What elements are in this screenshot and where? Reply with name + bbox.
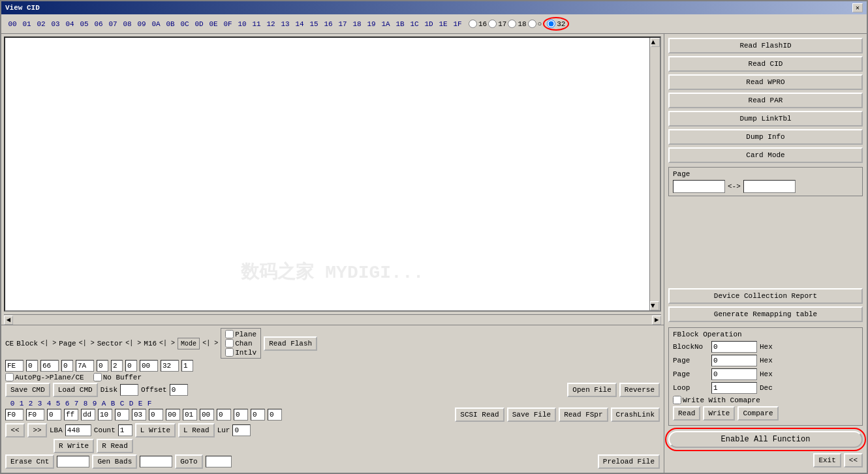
scrollbar-horizontal[interactable]: ◄ ► <box>4 314 661 325</box>
hex-00-2[interactable] <box>200 409 214 421</box>
m16-lt-input[interactable] <box>125 360 137 372</box>
lwrite-button[interactable]: L Write <box>135 423 176 437</box>
radio-circle[interactable]: ○ <box>528 20 542 28</box>
erase-cnt-input[interactable] <box>57 456 89 467</box>
hex-0-5[interactable] <box>234 409 248 421</box>
scroll-left-arrow[interactable]: ◄ <box>4 316 13 325</box>
hex-0-2[interactable] <box>115 409 129 421</box>
no-buffer-check[interactable]: No Buffer <box>93 373 142 381</box>
plane-check[interactable]: Plane <box>225 330 256 338</box>
m16-val-input[interactable] <box>140 360 158 372</box>
read-par-button[interactable]: Read PAR <box>668 93 863 108</box>
lba-input[interactable] <box>65 424 91 436</box>
hex-display[interactable]: ▲ ▼ 数码之家 MYDIGI... <box>4 37 661 312</box>
page-val-input[interactable] <box>76 360 94 372</box>
blockno-input[interactable] <box>711 341 757 353</box>
close-button[interactable]: ✕ <box>852 3 863 12</box>
compare-btn[interactable]: Compare <box>737 406 778 421</box>
page2-input[interactable] <box>711 368 757 380</box>
read-cid-button[interactable]: Read CID <box>668 56 863 72</box>
set-val-input[interactable] <box>181 360 193 372</box>
ce-input[interactable] <box>5 360 23 372</box>
page-input-left[interactable] <box>673 180 725 193</box>
page2-label: Page <box>673 370 709 378</box>
radio-18[interactable]: 18 <box>508 20 526 28</box>
load-cmd-button[interactable]: Load CMD <box>53 383 98 397</box>
hex-ff[interactable] <box>64 409 78 421</box>
goto-input[interactable] <box>206 456 232 467</box>
lur-input[interactable] <box>232 424 251 436</box>
generate-remapping-button[interactable]: Generate Remapping table <box>668 306 863 322</box>
card-mode-button[interactable]: Card Mode <box>668 147 863 163</box>
radio-17[interactable]: 17 <box>488 20 506 28</box>
crashlink-button[interactable]: CrashLink <box>611 407 660 422</box>
loop-row: Loop Dec <box>673 382 858 394</box>
open-file-button[interactable]: Open File <box>567 383 616 397</box>
hex-f0-2[interactable] <box>26 409 44 421</box>
scrollbar-vertical[interactable]: ▲ ▼ <box>649 38 660 310</box>
save-file-button[interactable]: Save File <box>507 407 556 422</box>
scroll-up-arrow[interactable]: ▲ <box>651 38 660 47</box>
lread-button[interactable]: L Read <box>178 423 215 437</box>
exit-button[interactable]: Exit <box>813 453 841 467</box>
save-cmd-button[interactable]: Save CMD <box>5 383 50 397</box>
reverse-button[interactable]: Reverse <box>619 383 660 397</box>
page-input-right[interactable] <box>743 180 796 193</box>
fblock-group: FBlock Operation BlockNo Hex Page Hex Pa… <box>668 327 863 426</box>
scsi-read-button[interactable]: SCSI Read <box>455 407 504 422</box>
preload-file-button[interactable]: Preload File <box>598 454 660 469</box>
read-wpro-button[interactable]: Read WPRO <box>668 74 863 90</box>
dump-linktbl-button[interactable]: Dump LinkTbl <box>668 111 863 126</box>
scroll-right-arrow[interactable]: ► <box>652 316 661 325</box>
read-flashid-button[interactable]: Read FlashID <box>668 38 863 53</box>
autopg-check[interactable]: AutoPg->Plane/CE <box>5 373 84 381</box>
count-input[interactable] <box>118 424 132 436</box>
dump-info-button[interactable]: Dump Info <box>668 129 863 145</box>
rread-button[interactable]: R Read <box>97 439 133 453</box>
radio-32[interactable]: 32 <box>543 17 569 31</box>
sector-val-input[interactable] <box>111 360 123 372</box>
hex-0[interactable] <box>47 409 61 421</box>
hex-0-3[interactable] <box>149 409 163 421</box>
hex-10[interactable] <box>98 409 112 421</box>
mode-val-input[interactable] <box>161 360 179 372</box>
page-group: Page <-> <box>668 167 863 196</box>
hex-1d: 1D <box>423 20 435 28</box>
page1-input[interactable] <box>711 355 757 366</box>
read-btn[interactable]: Read <box>673 406 700 421</box>
sector-lt-input[interactable] <box>97 360 108 372</box>
hex-dd[interactable] <box>81 409 95 421</box>
chan-check[interactable]: Chan <box>225 339 256 348</box>
prev-button[interactable]: << <box>5 423 25 437</box>
intlv-check[interactable]: Intlv <box>225 348 256 357</box>
scroll-down-arrow[interactable]: ▼ <box>650 301 659 310</box>
hex-f0[interactable] <box>5 409 23 421</box>
hex-0-4[interactable] <box>217 409 231 421</box>
page-lt-input[interactable] <box>61 360 73 372</box>
read-flash-button[interactable]: Read Flash <box>264 336 317 351</box>
device-collection-button[interactable]: Device Collection Report <box>668 288 863 304</box>
block-val-input[interactable] <box>40 360 59 372</box>
write-compare-check[interactable]: Write With Comapre <box>673 396 760 404</box>
next-button[interactable]: >> <box>27 423 47 437</box>
hex-01[interactable] <box>183 409 197 421</box>
disk-input[interactable] <box>120 384 138 396</box>
mode-label: Mode <box>181 340 196 348</box>
read-fspr-button[interactable]: Read FSpr <box>559 407 608 422</box>
gen-bads-input[interactable] <box>140 456 172 467</box>
gen-bads-button[interactable]: Gen Bads <box>92 454 137 469</box>
enable-all-button[interactable]: Enable All Function <box>668 431 863 448</box>
goto-button[interactable]: GoTo <box>175 454 202 469</box>
erase-cnt-button[interactable]: Erase Cnt <box>5 454 54 469</box>
write-btn[interactable]: Write <box>703 406 735 421</box>
hex-0-7[interactable] <box>268 409 282 421</box>
hex-0-6[interactable] <box>251 409 265 421</box>
offset-input[interactable] <box>170 384 188 396</box>
exit-arrow-button[interactable]: << <box>844 453 863 467</box>
rwrite-button[interactable]: R Write <box>54 439 94 453</box>
radio-16[interactable]: 16 <box>469 20 487 28</box>
block-lt-input[interactable] <box>26 360 38 372</box>
hex-03[interactable] <box>132 409 146 421</box>
loop-input[interactable] <box>711 382 757 394</box>
hex-00[interactable] <box>166 409 180 421</box>
